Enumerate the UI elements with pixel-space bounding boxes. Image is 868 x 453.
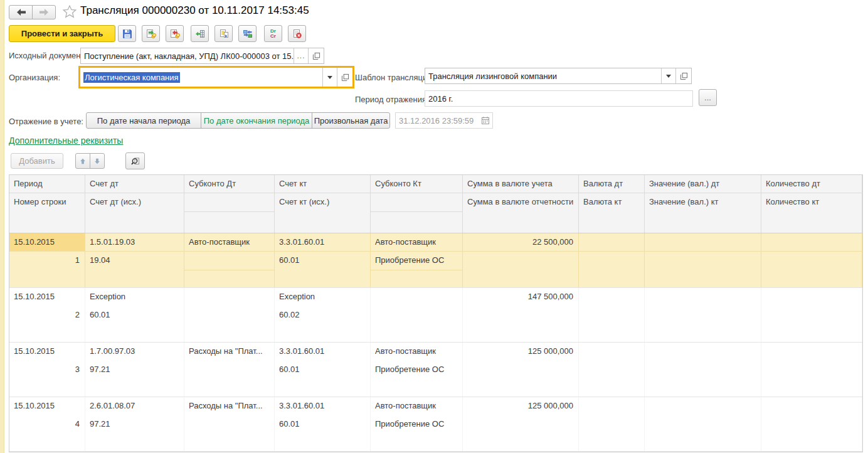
cell-subconto-kt[interactable] (371, 288, 463, 342)
cell-acct-dt[interactable]: 1.7.00.97.0397.21 (85, 343, 184, 397)
structure-icon (243, 29, 253, 39)
toggle-arbitrary-date[interactable]: Произвольная дата (312, 112, 390, 129)
cell-acct-kt[interactable]: 3.3.01.60.0160.01 (275, 233, 371, 287)
translation-table: ПериодНомер строкиСчет дтСчет дт (исх.)С… (9, 174, 863, 452)
cell-subconto-dt[interactable]: Авто-поставщик (184, 233, 275, 287)
forward-button[interactable] (32, 5, 56, 19)
cell-acct-kt[interactable]: Exception60.02 (275, 288, 371, 342)
cell-period[interactable]: 15.10.20151 (9, 233, 85, 287)
source-more-button[interactable]: ... (294, 48, 308, 63)
cell-quantity[interactable] (761, 233, 862, 287)
table-row: 15.10.201542.6.01.08.0797.21Расходы на "… (9, 397, 862, 452)
chevron-down-icon[interactable] (322, 68, 337, 87)
cell-quantity[interactable] (761, 343, 862, 397)
cell-subconto-kt[interactable]: Авто-поставщикПриобретение ОС (371, 233, 463, 287)
cell-subconto-kt[interactable]: Авто-поставщикПриобретение ОС (371, 397, 463, 451)
toggle-period-end-date[interactable]: По дате окончания периода (201, 112, 312, 129)
translation-template-field[interactable]: Трансляция лизинговой компании (425, 68, 692, 84)
cell-amount[interactable]: 125 000,000 (463, 343, 579, 397)
column-subtitle: Количество кт (761, 193, 862, 233)
cell-currency-value[interactable] (645, 288, 761, 342)
cell-currency-value[interactable] (645, 233, 761, 287)
document-copy-button[interactable] (214, 25, 233, 42)
toggle-period-start-date[interactable]: По дате начала периода (86, 112, 201, 129)
cell-period[interactable]: 15.10.20154 (9, 397, 85, 451)
cell-acct-kt[interactable]: 3.3.01.60.0160.01 (275, 343, 371, 397)
organization-field[interactable]: Логистическая компания (78, 66, 354, 88)
cell-subconto-dt[interactable] (184, 288, 275, 342)
cell-text (371, 270, 462, 287)
reflection-date-field[interactable]: 31.12.2016 23:59:59 (395, 112, 493, 129)
reflection-period-field[interactable]: 2016 г. (425, 90, 693, 107)
open-link-icon[interactable] (337, 68, 352, 87)
cell-text: Авто-поставщик (184, 233, 274, 252)
cell-text: Авто-поставщик (371, 397, 462, 415)
cell-subconto-dt[interactable]: Расходы на "Плат... (184, 343, 275, 397)
reflection-period-more-button[interactable]: ... (699, 89, 717, 106)
cell-amount[interactable]: 22 500,000 (463, 233, 579, 287)
cell-quantity[interactable] (761, 397, 862, 451)
cell-acct-dt[interactable]: 1.5.01.19.0319.04 (85, 233, 184, 287)
cell-text: 97.21 (85, 415, 184, 451)
cell-acct-dt[interactable]: 2.6.01.08.0797.21 (85, 397, 184, 451)
structure-button[interactable] (238, 25, 257, 42)
open-link-icon[interactable] (675, 68, 691, 83)
source-document-field[interactable]: Поступление (акт, накладная, УПД) ЛК00-0… (80, 48, 324, 64)
additional-attributes-link[interactable]: Дополнительные реквизиты (9, 136, 123, 146)
column-header-acct-dt: Счет дтСчет дт (исх.) (85, 175, 184, 233)
dr-cr-icon: Dr Cr (270, 29, 276, 39)
search-button[interactable] (125, 152, 145, 169)
cell-text (761, 415, 862, 451)
post-and-close-button[interactable]: Провести и закрыть (9, 25, 115, 42)
cell-quantity[interactable] (761, 288, 862, 342)
cell-text: 60.01 (85, 306, 184, 342)
column-title: Субконто Дт (184, 175, 274, 193)
column-subtitle: Валюта кт (579, 193, 644, 233)
reflection-period-value: 2016 г. (425, 91, 692, 106)
dr-cr-button[interactable]: Dr Cr (264, 25, 282, 42)
cell-currency[interactable] (579, 397, 645, 451)
cell-text: Авто-поставщик (371, 233, 462, 252)
cell-text: 1.5.01.19.03 (85, 233, 184, 252)
add-row-button[interactable]: Добавить (11, 153, 63, 169)
register-records-button[interactable] (191, 25, 209, 42)
cell-currency[interactable] (579, 233, 645, 287)
favorite-star-icon[interactable] (62, 4, 77, 19)
cell-text (371, 434, 462, 451)
column-subcell (371, 211, 462, 233)
calendar-icon[interactable] (481, 113, 492, 128)
cell-currency-value[interactable] (645, 397, 761, 451)
cell-text (371, 306, 462, 324)
cell-text (184, 252, 274, 270)
move-down-button[interactable] (90, 153, 105, 169)
cell-currency[interactable] (579, 288, 645, 342)
deletion-mark-button[interactable] (288, 25, 306, 42)
move-up-button[interactable] (75, 153, 90, 169)
document-copy-icon (219, 29, 229, 39)
cell-text: 15.10.2015 (9, 233, 85, 252)
cell-subconto-dt[interactable]: Расходы на "Плат... (184, 397, 275, 451)
save-button[interactable] (118, 25, 136, 42)
cell-acct-dt[interactable]: Exception60.01 (85, 288, 184, 342)
cell-amount[interactable]: 125 000,000 (463, 397, 579, 451)
register-records-icon (195, 29, 205, 39)
chevron-down-icon[interactable] (661, 68, 675, 83)
cell-amount[interactable]: 147 500,000 (463, 288, 579, 342)
column-header-amount: Сумма в валюте учетаСумма в валюте отчет… (463, 175, 579, 233)
open-link-icon[interactable] (308, 48, 324, 63)
column-title: Счет дт (85, 175, 184, 193)
cell-subconto-kt[interactable]: Авто-поставщикПриобретение ОС (371, 343, 463, 397)
unpost-document-button[interactable] (166, 25, 184, 42)
cell-text (645, 288, 761, 306)
cell-currency[interactable] (579, 343, 645, 397)
cell-period[interactable]: 15.10.20153 (9, 343, 85, 397)
table-row: 15.10.201531.7.00.97.0397.21Расходы на "… (9, 343, 862, 397)
post-document-button[interactable] (142, 25, 160, 42)
organization-value: Логистическая компания (80, 68, 322, 87)
cell-period[interactable]: 15.10.20152 (9, 288, 85, 342)
cell-acct-kt[interactable]: 3.3.01.60.0160.01 (275, 397, 371, 451)
cell-text: 60.01 (275, 252, 370, 287)
reflection-period-label: Период отражения: (355, 95, 429, 104)
cell-currency-value[interactable] (645, 343, 761, 397)
back-button[interactable] (9, 5, 33, 19)
